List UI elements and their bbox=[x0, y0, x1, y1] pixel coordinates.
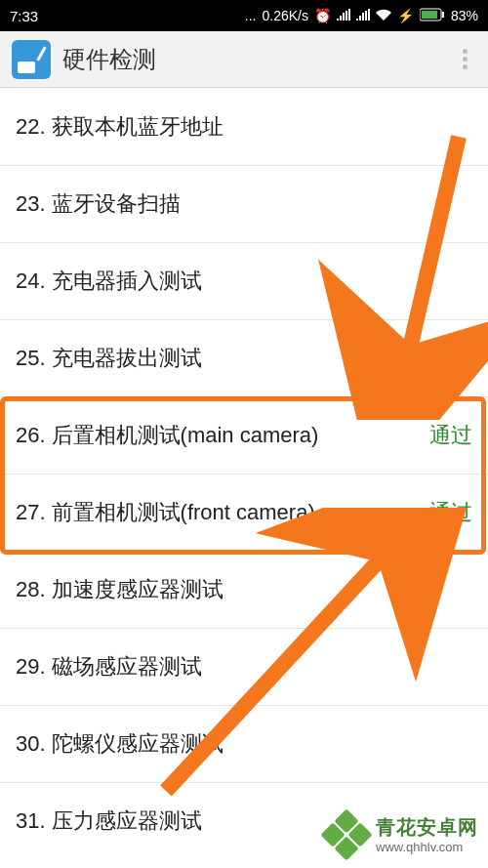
item-status: 通过 bbox=[429, 498, 472, 527]
watermark-name: 青花安卓网 bbox=[376, 814, 478, 840]
list-item[interactable]: 25. 充电器拔出测试 bbox=[0, 319, 488, 396]
item-number: 27. bbox=[16, 500, 46, 525]
watermark-url: www.qhhlv.com bbox=[376, 840, 478, 856]
status-time: 7:33 bbox=[10, 8, 38, 24]
item-label: 充电器拔出测试 bbox=[52, 344, 472, 373]
wifi-icon bbox=[376, 8, 391, 23]
list-item[interactable]: 28. 加速度感应器测试 bbox=[0, 551, 488, 628]
status-bar: 7:33 ... 0.26K/s ⏰ ⚡ 83% bbox=[0, 0, 488, 31]
item-number: 25. bbox=[16, 346, 46, 371]
item-label: 磁场感应器测试 bbox=[52, 652, 472, 682]
app-icon bbox=[12, 40, 51, 79]
list-item[interactable]: 24. 充电器插入测试 bbox=[0, 242, 488, 319]
list-item[interactable]: 23. 蓝牙设备扫描 bbox=[0, 165, 488, 242]
item-number: 30. bbox=[16, 731, 46, 757]
item-number: 22. bbox=[16, 114, 46, 140]
watermark-logo-icon bbox=[325, 813, 368, 856]
list-item[interactable]: 26. 后置相机测试(main camera) 通过 bbox=[0, 396, 488, 474]
svg-rect-1 bbox=[422, 11, 437, 19]
signal-icon bbox=[337, 8, 350, 23]
status-separator: ... bbox=[245, 8, 257, 23]
item-number: 28. bbox=[16, 577, 46, 602]
item-number: 26. bbox=[16, 423, 46, 448]
item-status: 通过 bbox=[429, 421, 472, 450]
status-net-speed: 0.26K/s bbox=[262, 8, 307, 23]
item-number: 23. bbox=[16, 191, 46, 217]
list-item[interactable]: 29. 磁场感应器测试 bbox=[0, 628, 488, 705]
watermark: 青花安卓网 www.qhhlv.com bbox=[325, 813, 478, 856]
item-number: 29. bbox=[16, 654, 46, 680]
item-number: 31. bbox=[16, 808, 46, 834]
battery-icon bbox=[420, 8, 445, 24]
list-item[interactable]: 30. 陀螺仪感应器测试 bbox=[0, 705, 488, 782]
app-title: 硬件检测 bbox=[62, 44, 453, 75]
item-label: 后置相机测试(main camera) bbox=[52, 421, 429, 450]
item-label: 陀螺仪感应器测试 bbox=[52, 729, 472, 759]
item-number: 24. bbox=[16, 269, 46, 294]
item-label: 蓝牙设备扫描 bbox=[52, 189, 472, 219]
signal-icon-2 bbox=[356, 8, 370, 23]
status-battery: 83% bbox=[451, 8, 478, 23]
list-item[interactable]: 27. 前置相机测试(front camera) 通过 bbox=[0, 474, 488, 551]
item-label: 充电器插入测试 bbox=[52, 267, 472, 296]
alarm-icon: ⏰ bbox=[314, 8, 331, 23]
app-bar: 硬件检测 bbox=[0, 31, 488, 88]
bolt-icon: ⚡ bbox=[397, 8, 414, 23]
list-item[interactable]: 22. 获取本机蓝牙地址 bbox=[0, 88, 488, 165]
svg-rect-2 bbox=[442, 12, 444, 18]
item-label: 前置相机测试(front camera) bbox=[52, 498, 429, 527]
test-list: 22. 获取本机蓝牙地址 23. 蓝牙设备扫描 24. 充电器插入测试 25. … bbox=[0, 88, 488, 859]
overflow-menu-button[interactable] bbox=[453, 49, 476, 69]
item-label: 加速度感应器测试 bbox=[52, 575, 472, 604]
item-label: 获取本机蓝牙地址 bbox=[52, 112, 472, 142]
